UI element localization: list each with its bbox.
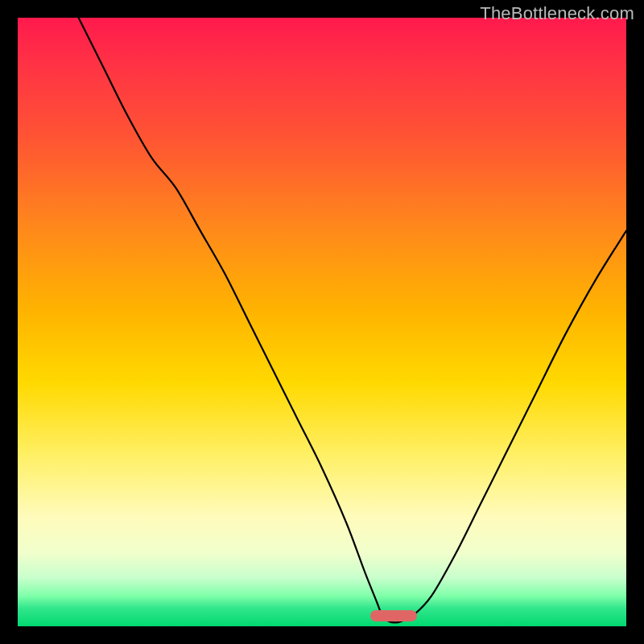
- watermark-text: TheBottleneck.com: [480, 3, 634, 24]
- chart-frame: TheBottleneck.com: [0, 0, 644, 644]
- curve-svg: [18, 18, 626, 626]
- bottleneck-curve: [79, 18, 626, 622]
- optimal-range-marker: [370, 610, 417, 621]
- plot-area: [18, 18, 626, 626]
